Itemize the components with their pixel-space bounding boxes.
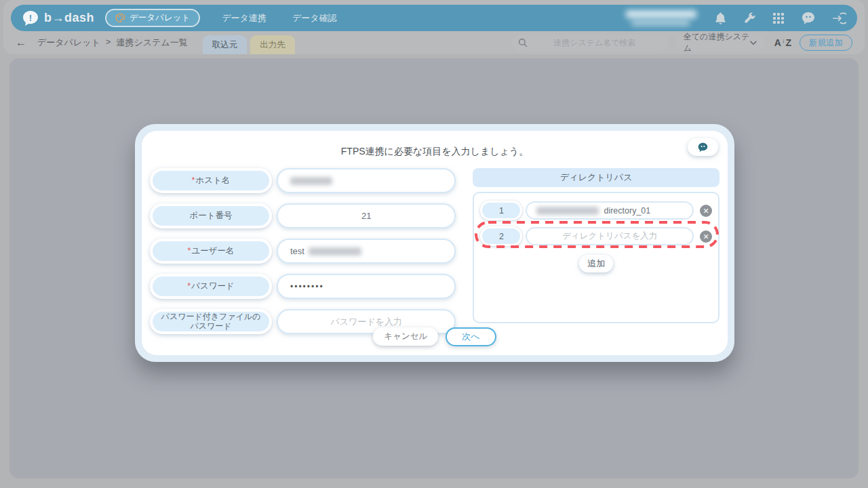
top-navigation-bar: ! b→dash データパレット データ連携 データ確認 xyxy=(11,5,857,31)
username-label: *ユーザー名 xyxy=(150,239,272,264)
password-label: *パスワード xyxy=(150,274,272,299)
directory-row-1: 1 directory_01 ✕ xyxy=(480,201,712,220)
ftps-settings-modal: FTPS連携に必要な項目を入力しましょう。 *ホスト名 ポート番号 21 *ユー… xyxy=(135,124,734,362)
directory-row-1-delete-icon[interactable]: ✕ xyxy=(700,205,712,217)
directory-2-placeholder: ディレクトリパスを入力 xyxy=(562,230,657,242)
password-input[interactable]: •••••••• xyxy=(277,274,456,299)
directory-1-value: directory_01 xyxy=(604,206,650,216)
data-palette-label: データパレット xyxy=(130,12,190,24)
file-password-label: パスワード付きファイルのパスワード xyxy=(150,309,272,334)
wrench-icon[interactable] xyxy=(743,12,756,24)
directory-row-2-index: 2 xyxy=(480,226,522,246)
form-row-password: *パスワード •••••••• xyxy=(150,274,456,299)
system-filter-dropdown[interactable]: 全ての連携システム xyxy=(675,35,765,51)
palette-icon xyxy=(115,13,125,23)
sort-a: A xyxy=(774,38,781,47)
ftps-form: *ホスト名 ポート番号 21 *ユーザー名 test *パスワード ••••••… xyxy=(150,168,456,334)
username-value-redacted xyxy=(309,247,361,256)
directory-row-2: 2 ディレクトリパスを入力 ✕ xyxy=(480,226,712,246)
assistant-button[interactable] xyxy=(688,138,718,156)
chevron-down-icon xyxy=(750,41,757,45)
bdash-logo-text: b→dash xyxy=(44,11,94,25)
assistant-mascot-icon xyxy=(697,142,709,152)
username-value: test xyxy=(290,246,304,256)
logout-icon[interactable] xyxy=(832,12,846,25)
add-new-button[interactable]: 新規追加 xyxy=(800,35,852,51)
username-input[interactable]: test xyxy=(277,239,456,264)
password-value-masked: •••••••• xyxy=(290,282,324,291)
file-password-placeholder: パスワードを入力 xyxy=(330,316,402,328)
directory-list: 1 directory_01 ✕ 2 ディレクトリパスを入力 ✕ xyxy=(473,192,719,323)
directory-panel-title: ディレクトリパス xyxy=(473,168,719,187)
host-input[interactable] xyxy=(277,168,456,193)
mascot-chat-icon[interactable] xyxy=(801,12,816,25)
directory-path-panel: ディレクトリパス 1 directory_01 ✕ 2 ディレクトリパスを入力 xyxy=(473,168,719,334)
directory-path-input-2[interactable]: ディレクトリパスを入力 xyxy=(526,227,694,245)
breadcrumb-system-list: 連携システム一覧 xyxy=(116,37,187,49)
port-value: 21 xyxy=(361,211,371,221)
sub-header-bar: ← データパレット > 連携システム一覧 取込元 出力先 連携システム名で検索 … xyxy=(3,31,865,54)
account-name-redacted xyxy=(626,9,699,27)
system-filter-value: 全ての連携システム xyxy=(684,31,750,54)
breadcrumb-data-palette[interactable]: データパレット xyxy=(37,37,100,49)
directory-row-1-index: 1 xyxy=(480,201,522,220)
sort-az-button[interactable]: A↓Z xyxy=(774,38,791,47)
source-tabs: 取込元 出力先 xyxy=(203,35,295,54)
sort-arrow-icon: ↓ xyxy=(782,38,785,44)
search-icon xyxy=(518,38,528,47)
top-nav-links: データ連携 データ確認 xyxy=(222,12,336,24)
svg-text:!: ! xyxy=(29,13,32,23)
search-input[interactable]: 連携システム名で検索 xyxy=(511,35,669,51)
modal-title: FTPS連携に必要な項目を入力しましょう。 xyxy=(148,146,722,158)
breadcrumb: データパレット > 連携システム一覧 xyxy=(37,37,188,49)
form-row-username: *ユーザー名 test xyxy=(150,239,456,264)
cancel-button[interactable]: キャンセル xyxy=(373,327,438,346)
directory-1-prefix-redacted xyxy=(536,207,599,215)
port-input[interactable]: 21 xyxy=(277,203,456,228)
directory-path-input-1[interactable]: directory_01 xyxy=(526,201,694,220)
bdash-logo[interactable]: ! b→dash xyxy=(22,9,94,27)
nav-item-data-integration[interactable]: データ連携 xyxy=(222,12,267,24)
form-row-port: ポート番号 21 xyxy=(150,203,456,228)
directory-row-2-delete-icon[interactable]: ✕ xyxy=(700,230,712,243)
search-placeholder: 連携システム名で検索 xyxy=(528,37,662,49)
nav-item-data-confirmation[interactable]: データ確認 xyxy=(292,12,337,24)
host-value-redacted xyxy=(290,177,332,185)
breadcrumb-separator: > xyxy=(106,37,111,49)
bdash-logo-icon: ! xyxy=(22,9,39,27)
host-label: *ホスト名 xyxy=(150,168,272,193)
apps-grid-icon[interactable] xyxy=(772,12,785,24)
add-directory-button[interactable]: 追加 xyxy=(579,255,613,272)
back-arrow-icon[interactable]: ← xyxy=(16,37,26,48)
next-button[interactable]: 次へ xyxy=(446,327,496,346)
form-row-host: *ホスト名 xyxy=(150,168,456,193)
bell-icon[interactable] xyxy=(714,12,727,25)
port-label: ポート番号 xyxy=(150,203,272,228)
tab-output-destination[interactable]: 出力先 xyxy=(250,35,295,54)
sort-z: Z xyxy=(785,38,791,47)
header-container: ! b→dash データパレット データ連携 データ確認 xyxy=(3,0,865,54)
data-palette-button[interactable]: データパレット xyxy=(105,9,200,27)
tab-import-source[interactable]: 取込元 xyxy=(203,35,248,54)
